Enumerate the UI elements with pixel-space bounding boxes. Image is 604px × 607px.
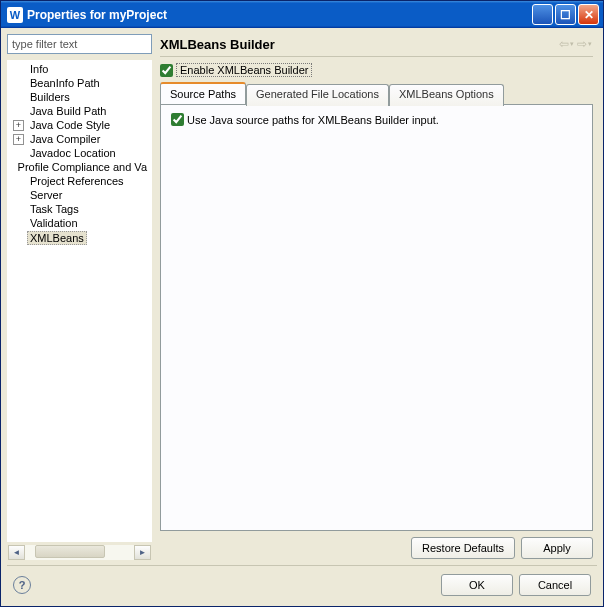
bottom-bar: ? OK Cancel xyxy=(7,565,597,600)
filter-input[interactable] xyxy=(7,34,152,54)
tree-item[interactable]: Java Build Path xyxy=(7,104,152,118)
tree-item-label: Java Build Path xyxy=(27,105,109,117)
use-java-source-paths-label: Use Java source paths for XMLBeans Build… xyxy=(187,114,439,126)
tab[interactable]: XMLBeans Options xyxy=(389,84,504,106)
tab-content-source-paths: Use Java source paths for XMLBeans Build… xyxy=(160,104,593,531)
tree-item[interactable]: Task Tags xyxy=(7,202,152,216)
scroll-thumb[interactable] xyxy=(35,545,105,558)
expand-icon[interactable]: + xyxy=(13,134,24,145)
tree-item-label: Java Compiler xyxy=(27,133,103,145)
forward-button[interactable]: ⇨▾ xyxy=(575,36,593,52)
tree-item-label: XMLBeans xyxy=(27,231,87,245)
tree-item-label: Info xyxy=(27,63,51,75)
tree-item[interactable]: Validation xyxy=(7,216,152,230)
horizontal-scrollbar[interactable]: ◄ ► xyxy=(7,544,152,561)
app-icon: W xyxy=(7,7,23,23)
tree-item[interactable]: +Java Code Style xyxy=(7,118,152,132)
tree-item[interactable]: Server xyxy=(7,188,152,202)
apply-button[interactable]: Apply xyxy=(521,537,593,559)
use-java-source-paths-checkbox[interactable] xyxy=(171,113,184,126)
window-title: Properties for myProject xyxy=(27,8,532,22)
tree-item[interactable]: XMLBeans xyxy=(7,230,152,246)
restore-defaults-button[interactable]: Restore Defaults xyxy=(411,537,515,559)
tree-item[interactable]: +Java Compiler xyxy=(7,132,152,146)
page-title: XMLBeans Builder xyxy=(160,37,557,52)
properties-window: W Properties for myProject _ ☐ ✕ InfoBea… xyxy=(0,0,604,607)
tree-item-label: Javadoc Location xyxy=(27,147,119,159)
expand-icon[interactable]: + xyxy=(13,120,24,131)
tree-item[interactable]: Project References xyxy=(7,174,152,188)
enable-xmlbeans-checkbox[interactable] xyxy=(160,64,173,77)
tree-item[interactable]: Javadoc Location xyxy=(7,146,152,160)
tree-item-label: Java Code Style xyxy=(27,119,113,131)
tree-item-label: Builders xyxy=(27,91,73,103)
client-area: InfoBeanInfo PathBuildersJava Build Path… xyxy=(1,28,603,606)
tree-item[interactable]: Info xyxy=(7,62,152,76)
tree-item-label: Profile Compliance and Va xyxy=(15,161,150,173)
titlebar[interactable]: W Properties for myProject _ ☐ ✕ xyxy=(1,1,603,28)
scroll-track[interactable] xyxy=(25,545,134,560)
tree-item-label: Server xyxy=(27,189,65,201)
back-button[interactable]: ⇦▾ xyxy=(557,36,575,52)
tab-bar: Source PathsGenerated File LocationsXMLB… xyxy=(160,83,593,105)
cancel-button[interactable]: Cancel xyxy=(519,574,591,596)
minimize-button[interactable]: _ xyxy=(532,4,553,25)
tab[interactable]: Generated File Locations xyxy=(246,84,389,106)
scroll-right-button[interactable]: ► xyxy=(134,545,151,560)
tree-item-label: BeanInfo Path xyxy=(27,77,103,89)
scroll-left-button[interactable]: ◄ xyxy=(8,545,25,560)
enable-xmlbeans-label[interactable]: Enable XMLBeans Builder xyxy=(176,63,312,77)
tree-item-label: Task Tags xyxy=(27,203,82,215)
help-icon[interactable]: ? xyxy=(13,576,31,594)
tree-item[interactable]: Profile Compliance and Va xyxy=(7,160,152,174)
content-panel: XMLBeans Builder ⇦▾ ⇨▾ Enable XMLBeans B… xyxy=(156,34,597,561)
category-tree[interactable]: InfoBeanInfo PathBuildersJava Build Path… xyxy=(7,60,152,542)
close-button[interactable]: ✕ xyxy=(578,4,599,25)
tab[interactable]: Source Paths xyxy=(160,82,246,104)
tree-item-label: Project References xyxy=(27,175,127,187)
ok-button[interactable]: OK xyxy=(441,574,513,596)
sidebar: InfoBeanInfo PathBuildersJava Build Path… xyxy=(7,34,152,561)
tree-item[interactable]: Builders xyxy=(7,90,152,104)
maximize-button[interactable]: ☐ xyxy=(555,4,576,25)
tree-item-label: Validation xyxy=(27,217,81,229)
tree-item[interactable]: BeanInfo Path xyxy=(7,76,152,90)
